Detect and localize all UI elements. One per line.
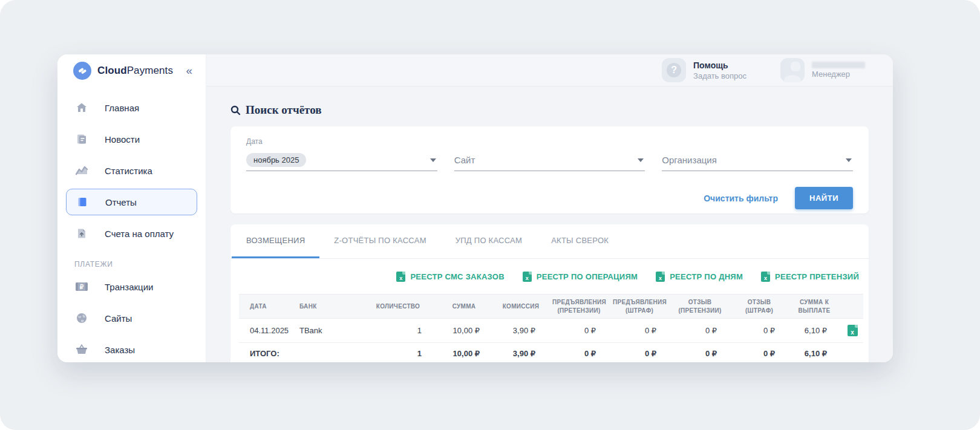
date-select[interactable]: ноябрь 2025	[246, 149, 437, 171]
chevron-down-icon	[430, 158, 436, 162]
excel-file-icon: x	[761, 272, 770, 282]
sidebar-item-invoices[interactable]: Счета на оплату	[57, 218, 206, 249]
col-bank: БАНК	[289, 295, 361, 319]
col-sum: СУММА	[435, 295, 493, 319]
sidebar-item-sites[interactable]: Сайты	[57, 302, 206, 334]
search-button[interactable]: НАЙТИ	[795, 187, 853, 209]
row-excel-download-icon[interactable]: x	[848, 325, 858, 336]
content-area: Поиск отчётов Дата ноябрь 2025	[206, 86, 893, 362]
organization-select[interactable]: Организация	[662, 149, 853, 171]
sidebar-item-label: Сайты	[105, 313, 132, 324]
date-field: Дата ноябрь 2025	[246, 137, 437, 171]
organization-field: Организация	[662, 137, 853, 171]
sidebar-item-label: Статистика	[105, 166, 152, 176]
sidebar-section-payments: ПЛАТЕЖИ	[74, 260, 206, 269]
export-by-days[interactable]: x РЕЕСТР ПО ДНЯМ	[656, 272, 743, 282]
export-claims[interactable]: x РЕЕСТР ПРЕТЕНЗИЙ	[761, 272, 859, 282]
excel-file-icon: x	[396, 272, 405, 282]
basket-icon	[74, 342, 89, 357]
col-claims-presented: ПРЕДЪЯВЛЕНИЯ (ПРЕТЕНЗИИ)	[549, 295, 609, 319]
statistics-icon	[74, 163, 89, 178]
col-fines-withdrawn: ОТЗЫВ (ШТРАФ)	[730, 295, 788, 319]
date-value-chip[interactable]: ноябрь 2025	[246, 153, 306, 167]
help-icon: ?	[662, 58, 686, 82]
sidebar-item-orders[interactable]: Заказы	[57, 334, 206, 362]
col-payout-sum: СУММА К ВЫПЛАТЕ	[788, 295, 840, 319]
col-date: ДАТА	[239, 295, 289, 319]
invoice-icon	[74, 226, 89, 241]
organization-placeholder: Организация	[662, 155, 716, 165]
page-title-row: Поиск отчётов	[230, 103, 869, 117]
col-commission: КОМИССИЯ	[493, 295, 549, 319]
refunds-table: ДАТА БАНК КОЛИЧЕСТВО СУММА КОМИССИЯ ПРЕД…	[239, 294, 863, 362]
profile-role: Менеджер	[812, 70, 865, 79]
col-claims-withdrawn: ОТЗЫВ (ПРЕТЕНЗИИ)	[670, 295, 730, 319]
col-fines-presented: ПРЕДЪЯВЛЕНИЯ (ШТРАФ)	[609, 295, 670, 319]
help-block[interactable]: ? Помощь Задать вопрос	[662, 58, 746, 82]
col-count: КОЛИЧЕСТВО	[361, 295, 435, 319]
sidebar-item-label: Новости	[105, 134, 140, 145]
site-placeholder: Сайт	[454, 155, 475, 165]
report-tabs: ВОЗМЕЩЕНИЯ Z-ОТЧЁТЫ ПО КАССАМ УПД ПО КАС…	[230, 224, 869, 259]
sidebar-item-statistics[interactable]: Статистика	[57, 155, 206, 186]
avatar	[780, 58, 805, 82]
chevron-down-icon	[638, 158, 644, 162]
sidebar-nav: Главная Новости Статистика	[57, 87, 206, 362]
logo-row: CloudPayments «	[57, 54, 206, 87]
page-background: CloudPayments « Главная Новости	[0, 0, 980, 430]
globe-icon	[74, 311, 89, 325]
tab-refunds[interactable]: ВОЗМЕЩЕНИЯ	[232, 224, 319, 258]
page-title: Поиск отчётов	[246, 103, 321, 117]
transactions-icon: ₽	[74, 279, 89, 294]
filter-card: Дата ноябрь 2025 Сайт	[230, 126, 869, 213]
sidebar-item-label: Отчеты	[105, 197, 137, 207]
sidebar-item-transactions[interactable]: ₽ Транзакции	[57, 271, 206, 302]
site-field: Сайт	[454, 137, 645, 171]
reports-icon	[75, 195, 90, 209]
chevron-down-icon	[846, 158, 852, 162]
tab-upd[interactable]: УПД ПО КАССАМ	[441, 224, 537, 258]
date-field-label: Дата	[246, 137, 437, 149]
svg-text:₽: ₽	[80, 284, 84, 290]
profile-block[interactable]: Менеджер	[780, 58, 865, 82]
profile-name-redacted	[812, 62, 865, 68]
table-total-row: ИТОГО: 1 10,00 ₽ 3,90 ₽ 0 ₽ 0 ₽ 0 ₽ 0 ₽ …	[239, 343, 863, 363]
app-window: CloudPayments « Главная Новости	[57, 54, 893, 362]
sidebar-item-home[interactable]: Главная	[57, 92, 206, 123]
search-icon	[230, 105, 241, 116]
top-header-bar: ? Помощь Задать вопрос Менеджер	[206, 54, 893, 86]
export-sms-orders[interactable]: x РЕЕСТР СМС ЗАКАЗОВ	[396, 272, 504, 282]
export-by-operations[interactable]: x РЕЕСТР ПО ОПЕРАЦИЯМ	[523, 272, 638, 282]
site-select[interactable]: Сайт	[454, 149, 645, 171]
brand-bold: Cloud	[97, 65, 127, 76]
sidebar-item-label: Счета на оплату	[105, 229, 174, 239]
clear-filter-link[interactable]: Очистить фильтр	[704, 194, 778, 203]
sidebar: CloudPayments « Главная Новости	[57, 54, 206, 362]
brand-regular: Payments	[127, 65, 173, 76]
tab-z-reports[interactable]: Z-ОТЧЁТЫ ПО КАССАМ	[319, 224, 440, 258]
sidebar-item-label: Главная	[105, 103, 139, 113]
news-icon	[74, 132, 89, 146]
brand-name: CloudPayments	[97, 65, 183, 77]
export-links-row: x РЕЕСТР СМС ЗАКАЗОВ x РЕЕСТР ПО ОПЕРАЦИ…	[230, 259, 869, 294]
cloudpayments-logo-icon	[73, 62, 91, 80]
col-actions	[840, 295, 863, 319]
reports-card: ВОЗМЕЩЕНИЯ Z-ОТЧЁТЫ ПО КАССАМ УПД ПО КАС…	[230, 224, 869, 362]
help-subtitle: Задать вопрос	[693, 71, 746, 80]
sidebar-item-news[interactable]: Новости	[57, 123, 206, 155]
table-row: 04.11.2025 TBank 1 10,00 ₽ 3,90 ₽ 0 ₽ 0 …	[239, 319, 863, 343]
tab-reconciliation-acts[interactable]: АКТЫ СВЕРОК	[537, 224, 623, 258]
help-title: Помощь	[693, 60, 746, 70]
home-icon	[74, 100, 89, 115]
main-area: ? Помощь Задать вопрос Менеджер	[206, 54, 893, 362]
sidebar-item-label: Заказы	[105, 345, 135, 355]
sidebar-item-reports[interactable]: Отчеты	[66, 189, 197, 215]
excel-file-icon: x	[656, 272, 665, 282]
excel-file-icon: x	[523, 272, 532, 282]
sidebar-item-label: Транзакции	[105, 282, 153, 292]
table-header-row: ДАТА БАНК КОЛИЧЕСТВО СУММА КОМИССИЯ ПРЕД…	[239, 295, 863, 319]
sidebar-collapse-icon[interactable]: «	[183, 63, 195, 79]
